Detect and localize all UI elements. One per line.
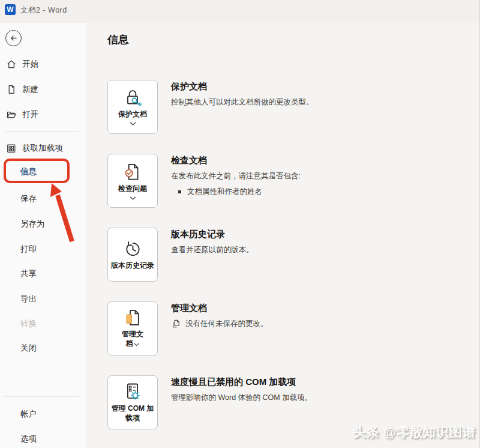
sidebar-item-info[interactable]: 信息: [0, 163, 37, 180]
row-description: 管理影响你的 Word 体验的 COM 加载项。: [171, 392, 312, 403]
word-backstage-window: W 文档2 - Word 开始 新建 打开: [0, 0, 480, 448]
protect-document-button[interactable]: 保护文档: [107, 80, 158, 134]
sidebar-item-label: 保存: [20, 193, 37, 204]
sidebar-item-get-addins[interactable]: 获取加载项: [0, 140, 63, 157]
manage-com-addins-button[interactable]: 管理 COM 加载项: [107, 375, 158, 429]
sidebar-item-open[interactable]: 打开: [0, 106, 38, 123]
document-copy-icon: [171, 319, 181, 328]
row-title: 版本历史记录: [171, 229, 254, 240]
new-document-icon: [6, 84, 17, 95]
sidebar-item-label: 打开: [22, 109, 38, 120]
addins-grid-icon: [6, 143, 17, 154]
sidebar-divider: [5, 396, 79, 397]
tile-label: 版本历史记录: [111, 261, 154, 271]
sidebar-item-print[interactable]: 打印: [0, 241, 37, 258]
back-arrow-icon: [9, 34, 18, 43]
sidebar-item-account[interactable]: 帐户: [0, 406, 37, 423]
sidebar-item-share[interactable]: 共享: [0, 265, 37, 282]
sidebar-item-save[interactable]: 保存: [0, 190, 37, 207]
sidebar-item-label: 共享: [20, 268, 37, 279]
version-history-button[interactable]: 版本历史记录: [107, 228, 158, 282]
tile-label: 管理文档: [121, 330, 145, 348]
info-row-version-history: 版本历史记录 版本历史记录 查看并还原以前的版本。: [107, 228, 254, 282]
manage-document-icon: [122, 308, 143, 328]
sidebar-divider: [5, 131, 79, 132]
chevron-down-icon: [130, 122, 136, 126]
word-logo-icon: W: [5, 4, 16, 15]
titlebar: W 文档2 - Word: [0, 0, 479, 23]
sidebar-item-options[interactable]: 选项: [0, 431, 37, 447]
row-title: 检查文档: [171, 155, 301, 166]
info-row-manage-document: 管理文档 管理文档 没有任何未保存的更改。: [107, 301, 268, 356]
sidebar-item-save-as[interactable]: 另存为: [0, 216, 45, 232]
com-addins-gear-icon: [122, 381, 143, 403]
lock-key-icon: [122, 88, 143, 109]
row-description: 没有任何未保存的更改。: [185, 318, 268, 329]
document-title: 文档2 - Word: [20, 5, 67, 16]
row-title: 速度慢且已禁用的 COM 加载项: [171, 377, 312, 388]
bullet-text: 文档属性和作者的姓名: [187, 186, 262, 197]
sidebar-item-label: 关闭: [20, 343, 37, 354]
info-row-inspect: 检查问题 检查文档 在发布此文件之前，请注意其是否包含: 文档属性和作者的姓名: [107, 154, 301, 208]
row-description: 查看并还原以前的版本。: [171, 244, 254, 255]
sidebar-item-label: 信息: [20, 166, 37, 177]
sidebar-item-home[interactable]: 开始: [0, 56, 38, 73]
sidebar-item-close[interactable]: 关闭: [0, 340, 37, 357]
sidebar-item-label: 打印: [20, 244, 37, 255]
tile-label: 保护文档: [118, 110, 147, 120]
tile-label: 管理 COM 加载项: [109, 404, 156, 423]
page-title: 信息: [107, 32, 129, 47]
bullet-square-icon: [178, 190, 181, 193]
history-clock-icon: [122, 238, 143, 260]
sidebar-item-label: 开始: [22, 59, 38, 70]
row-title: 管理文档: [171, 303, 268, 314]
backstage-sidebar: 开始 新建 打开 获取加载项 信息 保存 另存为: [0, 23, 86, 448]
info-row-com-addins: 管理 COM 加载项 速度慢且已禁用的 COM 加载项 管理影响你的 Word …: [107, 375, 312, 429]
row-title: 保护文档: [171, 81, 314, 92]
back-button[interactable]: [5, 30, 22, 46]
open-folder-icon: [6, 109, 17, 120]
sidebar-item-label: 另存为: [20, 219, 45, 229]
sidebar-item-label: 新建: [22, 84, 38, 95]
sidebar-item-label: 获取加载项: [22, 143, 63, 154]
check-for-issues-button[interactable]: 检查问题: [107, 154, 158, 208]
row-description: 在发布此文件之前，请注意其是否包含:: [171, 171, 301, 181]
home-icon: [6, 59, 17, 70]
sidebar-item-label: 导出: [20, 294, 37, 304]
info-row-protect: 保护文档 保护文档 控制其他人可以对此文档所做的更改类型。: [107, 80, 314, 134]
sidebar-item-transform: 转换: [0, 315, 37, 332]
sidebar-item-label: 帐户: [20, 409, 37, 420]
sidebar-item-new[interactable]: 新建: [0, 81, 38, 98]
chevron-down-icon: [134, 343, 139, 346]
tile-label: 检查问题: [118, 184, 147, 194]
info-page: 信息 保护文档 保护文档 控制其他人可以对此文档所做的更改类型。: [86, 23, 479, 448]
sidebar-item-label: 选项: [20, 434, 37, 444]
inspect-bullet-item: 文档属性和作者的姓名: [171, 186, 301, 197]
chevron-down-icon: [130, 196, 136, 200]
sidebar-item-export[interactable]: 导出: [0, 291, 37, 307]
sidebar-item-label: 转换: [20, 318, 37, 329]
row-description: 控制其他人可以对此文档所做的更改类型。: [171, 97, 314, 107]
document-check-icon: [122, 162, 143, 183]
manage-document-button[interactable]: 管理文档: [107, 301, 158, 356]
